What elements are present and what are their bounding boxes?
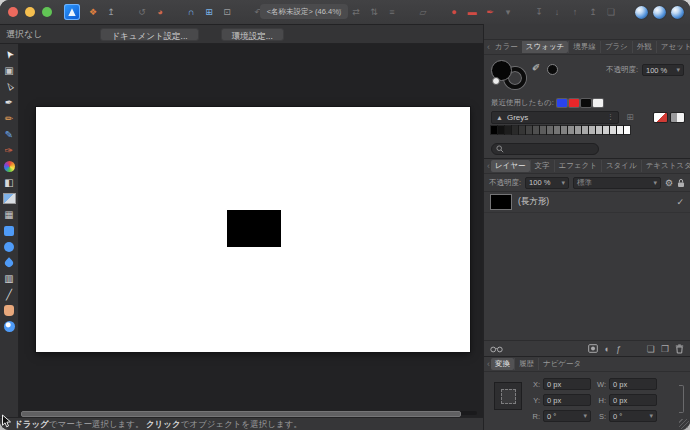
history-icon[interactable]: ↺: [135, 5, 149, 19]
grey-swatch[interactable]: [547, 126, 553, 134]
fill-tool[interactable]: [2, 256, 16, 269]
tab-text-styles[interactable]: テキストスタイル: [641, 160, 690, 172]
swatch-search[interactable]: [491, 143, 599, 155]
tab-transform[interactable]: 変換: [491, 358, 514, 370]
resize-grip[interactable]: [679, 419, 689, 429]
add-layer-icon[interactable]: ❏: [647, 344, 655, 354]
node-tool[interactable]: ▻: [2, 80, 16, 93]
artboard-tool[interactable]: ▣: [2, 64, 16, 77]
blend-mode-dropdown[interactable]: 標準▾: [573, 177, 661, 189]
tab-brushes[interactable]: ブラシ: [600, 41, 632, 53]
fill-color-icon[interactable]: ●: [447, 5, 461, 19]
layers-empty-area[interactable]: [484, 213, 690, 340]
zoom-tool[interactable]: [2, 320, 16, 333]
recent-color-swatch[interactable]: [569, 99, 579, 107]
adjustment-icon[interactable]: ◐: [604, 344, 609, 354]
canvas-area[interactable]: [19, 44, 483, 417]
vector-view-button[interactable]: [635, 6, 648, 19]
anchor-point-selector[interactable]: [494, 382, 522, 410]
palette-view-icon[interactable]: ⊞: [623, 110, 637, 124]
rectangle-object[interactable]: [227, 210, 281, 247]
grey-swatch[interactable]: [561, 126, 567, 134]
link-dimensions-icon[interactable]: [679, 385, 684, 413]
picked-color-dot[interactable]: [547, 64, 558, 75]
arrange-back-icon[interactable]: ↧: [532, 5, 546, 19]
add-group-icon[interactable]: ❐: [661, 344, 669, 354]
shear-dropdown[interactable]: 0 °▾: [609, 410, 657, 422]
panel-collapse-icon[interactable]: ‹: [487, 42, 490, 52]
tab-character[interactable]: 文字: [530, 160, 554, 172]
delete-layer-icon[interactable]: [675, 344, 684, 354]
crop-tool[interactable]: ▦: [2, 208, 16, 221]
grey-swatch[interactable]: [596, 126, 602, 134]
rotation-dropdown[interactable]: 0 °▾: [543, 410, 591, 422]
arrange-front-icon[interactable]: ↥: [586, 5, 600, 19]
grey-swatch[interactable]: [533, 126, 539, 134]
layer-visibility-check-icon[interactable]: ✓: [676, 197, 684, 207]
ellipse-tool[interactable]: [2, 240, 16, 253]
snap-grid-icon[interactable]: ⊞: [202, 5, 216, 19]
tab-effects[interactable]: エフェクト: [554, 160, 601, 172]
grey-swatch[interactable]: [519, 126, 525, 134]
text-tool[interactable]: ▥: [2, 272, 16, 285]
tab-appearance[interactable]: 外観: [632, 41, 656, 53]
grey-swatch[interactable]: [540, 126, 546, 134]
zoom-button[interactable]: [42, 7, 52, 17]
layer-opacity-dropdown[interactable]: 100 %▾: [525, 177, 569, 189]
rectangle-tool[interactable]: [2, 224, 16, 237]
tab-navigator[interactable]: ナビゲータ: [538, 358, 585, 370]
grey-swatch[interactable]: [589, 126, 595, 134]
image-place-tool[interactable]: [2, 192, 16, 205]
lock-icon[interactable]: [677, 178, 685, 188]
grey-swatch[interactable]: [498, 126, 504, 134]
flip-horizontal-icon[interactable]: ⇄: [349, 5, 363, 19]
h-input[interactable]: 0 px: [609, 394, 657, 406]
eyedropper-tool[interactable]: ╱: [2, 288, 16, 301]
vector-brush-tool[interactable]: ✎: [2, 128, 16, 141]
x-input[interactable]: 0 px: [543, 378, 591, 390]
arrange-forward-icon[interactable]: ↑: [568, 5, 582, 19]
pen-tool[interactable]: ✒: [2, 96, 16, 109]
y-input[interactable]: 0 px: [543, 394, 591, 406]
opacity-dropdown[interactable]: 100 %▾: [642, 64, 684, 76]
style-pen-icon[interactable]: ✒: [483, 5, 497, 19]
grey-swatch[interactable]: [512, 126, 518, 134]
move-tool[interactable]: ➤: [2, 48, 16, 61]
tab-swatches[interactable]: スウォッチ: [522, 41, 568, 53]
grey-swatch[interactable]: [554, 126, 560, 134]
grey-swatch[interactable]: [568, 126, 574, 134]
arrange-backward-icon[interactable]: ↓: [550, 5, 564, 19]
hand-tool[interactable]: [2, 304, 16, 317]
preferences-button[interactable]: 環境設定...: [221, 28, 284, 41]
w-input[interactable]: 0 px: [609, 378, 657, 390]
grey-swatch[interactable]: [575, 126, 581, 134]
pencil-tool[interactable]: ✏: [2, 112, 16, 125]
designer-persona-icon[interactable]: [64, 4, 80, 20]
pixel-view-button[interactable]: [671, 6, 684, 19]
tab-color[interactable]: カラー: [491, 41, 522, 53]
layer-row[interactable]: (長方形) ✓: [484, 192, 690, 213]
tab-history[interactable]: 履歴: [514, 358, 538, 370]
grey-swatch[interactable]: [610, 126, 616, 134]
grey-swatch[interactable]: [617, 126, 623, 134]
mask-icon[interactable]: [588, 344, 598, 353]
document-page[interactable]: [36, 107, 470, 352]
palette-select[interactable]: ▲ Greys ⋮: [491, 111, 619, 124]
snap-pixel-icon[interactable]: ⊡: [220, 5, 234, 19]
group-icon[interactable]: ❏: [604, 5, 618, 19]
panel-collapse-icon[interactable]: ‹: [487, 359, 490, 369]
horizontal-scrollbar[interactable]: [21, 411, 477, 415]
tab-styles[interactable]: スタイル: [601, 160, 641, 172]
minimize-button[interactable]: [25, 7, 35, 17]
layer-thumbnail[interactable]: [490, 194, 512, 210]
assets-icon[interactable]: ◕: [153, 5, 167, 19]
fill-stroke-selector[interactable]: [491, 60, 529, 88]
export-persona-icon[interactable]: ↥: [104, 5, 118, 19]
flip-vertical-icon[interactable]: ⇅: [367, 5, 381, 19]
grey-swatch[interactable]: [505, 126, 511, 134]
rotate-ccw-icon[interactable]: ↺: [331, 5, 345, 19]
tab-assets[interactable]: アセット: [656, 41, 690, 53]
chevron-down-icon[interactable]: ▾: [501, 5, 515, 19]
recent-color-swatch[interactable]: [557, 99, 567, 107]
split-view-button[interactable]: [653, 6, 666, 19]
